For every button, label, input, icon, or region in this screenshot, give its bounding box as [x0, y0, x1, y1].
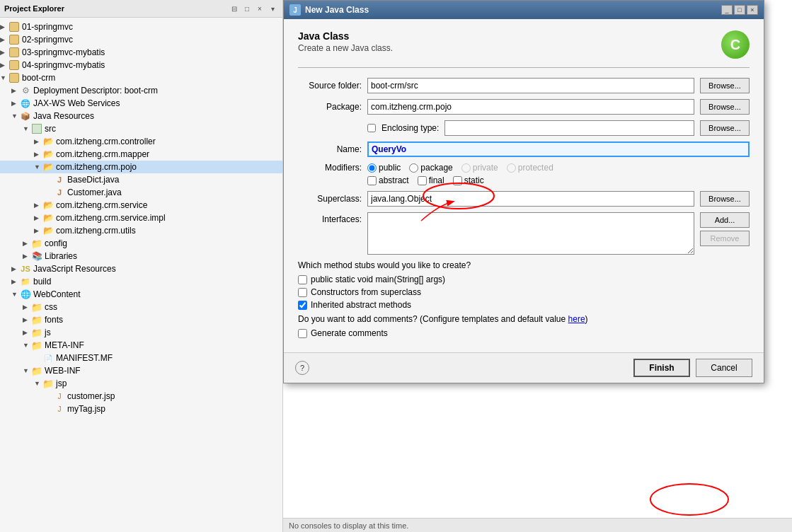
tree-item-customer-jsp[interactable]: J customer.jsp [0, 390, 282, 403]
modifier-public-radio[interactable] [367, 163, 377, 173]
tree-item-pojo[interactable]: ▼ 📂 com.itzheng.crm.pojo [0, 161, 282, 173]
tree-item-mapper[interactable]: ▶ 📂 com.itzheng.crm.mapper [0, 148, 282, 161]
tree-label: com.itzheng.crm.mapper [56, 149, 149, 159]
stub-main-checkbox[interactable] [298, 275, 307, 284]
interfaces-row: Interfaces: Add... Remove [298, 212, 750, 255]
stub-constructors-checkbox[interactable] [298, 288, 307, 297]
stub-main-method: public static void main(String[] args) [298, 274, 750, 284]
menu-icon[interactable]: ▾ [267, 3, 278, 14]
dialog-close-btn[interactable]: × [747, 5, 758, 15]
tree-item-webcontent[interactable]: ▼ 🌐 WebContent [0, 288, 282, 301]
tree-item-springmvc4[interactable]: ▶ 04-springmvc-mybatis [0, 59, 282, 71]
static-checkbox-label[interactable]: static [453, 175, 484, 185]
tree-item-js-resources[interactable]: ▶ JS JavaScript Resources [0, 262, 282, 275]
final-checkbox[interactable] [418, 176, 427, 185]
interfaces-add-btn[interactable]: Add... [700, 212, 750, 228]
interfaces-remove-btn[interactable]: Remove [700, 231, 750, 246]
enclosing-type-checkbox[interactable] [367, 124, 376, 132]
tree-item-libraries[interactable]: ▶ 📚 Libraries [0, 250, 282, 262]
tree-item-mytag-jsp[interactable]: J myTag.jsp [0, 403, 282, 415]
tree-item-meta-inf[interactable]: ▼ 📁 META-INF [0, 339, 282, 352]
minimize-icon[interactable]: ⊟ [229, 3, 240, 14]
tree-item-css[interactable]: ▶ 📁 css [0, 301, 282, 313]
tree-item-java-resources[interactable]: ▼ 📦 Java Resources [0, 110, 282, 122]
cancel-button[interactable]: Cancel [696, 359, 752, 377]
package-browse-btn[interactable]: Browse... [700, 99, 750, 115]
comments-section: Do you want to add comments? (Configure … [298, 314, 750, 338]
tree-item-deployment[interactable]: ▶ ⚙ Deployment Descriptor: boot-crm [0, 84, 282, 97]
dialog-footer: ? Finish Cancel [284, 352, 764, 383]
tree-item-src[interactable]: ▼ src [0, 122, 282, 135]
build-icon: 📁 [20, 276, 31, 287]
tree-arrow: ▶ [23, 253, 31, 260]
package-input[interactable] [367, 99, 694, 115]
source-folder-input[interactable] [367, 78, 694, 93]
project-icon [8, 59, 20, 71]
final-checkbox-label[interactable]: final [418, 175, 444, 185]
tree-item-jsp-folder[interactable]: ▼ 📁 jsp [0, 377, 282, 390]
generate-comments-checkbox[interactable] [298, 329, 307, 338]
tree-item-build[interactable]: ▶ 📁 build [0, 275, 282, 288]
tree-item-basedict[interactable]: J BaseDict.java [0, 173, 282, 186]
tree-item-utils[interactable]: ▶ 📂 com.itzheng.crm.utils [0, 224, 282, 237]
tree-label: com.itzheng.crm.service.impl [56, 213, 166, 223]
enclosing-type-input[interactable] [444, 120, 694, 136]
tree-label: com.itzheng.crm.pojo [56, 162, 137, 172]
dialog-minimize-btn[interactable]: _ [721, 5, 733, 15]
modifier-private[interactable]: private [461, 163, 498, 173]
tree-item-config[interactable]: ▶ 📁 config [0, 237, 282, 250]
dialog-maximize-btn[interactable]: □ [734, 5, 745, 15]
explorer-header-icons: ⊟ □ × ▾ [229, 3, 278, 14]
tree-item-manifest[interactable]: 📄 MANIFEST.MF [0, 352, 282, 364]
enclosing-type-row: Enclosing type: Browse... [298, 120, 750, 136]
finish-button[interactable]: Finish [633, 359, 690, 377]
tree-item-customer[interactable]: J Customer.java [0, 186, 282, 199]
tree-item-fonts[interactable]: ▶ 📁 fonts [0, 313, 282, 326]
tree-item-jaxws[interactable]: ▶ 🌐 JAX-WS Web Services [0, 97, 282, 110]
modifier-private-radio[interactable] [461, 163, 471, 173]
tree-item-controller[interactable]: ▶ 📂 com.itzheng.crm.controller [0, 135, 282, 148]
tree-item-js[interactable]: ▶ 📁 js [0, 326, 282, 339]
tree-item-springmvc2[interactable]: ▶ 02-springmvc [0, 33, 282, 46]
modifier-protected[interactable]: protected [507, 163, 553, 173]
modifier-package-radio[interactable] [409, 163, 418, 173]
interfaces-buttons: Add... Remove [700, 212, 750, 246]
comments-here-link[interactable]: here [568, 314, 585, 324]
tree-item-springmvc3[interactable]: ▶ 03-springmvc-mybatis [0, 46, 282, 59]
abstract-checkbox[interactable] [367, 176, 377, 185]
name-input[interactable] [367, 141, 750, 157]
dialog-section-title: Java Class [298, 30, 393, 42]
tree-label: boot-crm [22, 73, 55, 83]
tree-arrow: ▶ [0, 62, 8, 69]
modifiers-radio-group: public package private protected [367, 163, 553, 173]
tree-arrow: ▶ [34, 138, 42, 145]
tree-item-service[interactable]: ▶ 📂 com.itzheng.crm.service [0, 199, 282, 212]
tree-label: Java Resources [33, 111, 94, 121]
tree-label: MANIFEST.MF [56, 353, 113, 363]
tree-item-service-impl[interactable]: ▶ 📂 com.itzheng.crm.service.impl [0, 212, 282, 224]
tree-item-bootcrm[interactable]: ▼ boot-crm [0, 71, 282, 84]
tree-label: WebContent [33, 289, 81, 299]
tree-arrow: ▼ [11, 291, 20, 298]
project-explorer: Project Explorer ⊟ □ × ▾ ▶ 01-springmvc … [0, 0, 283, 532]
superclass-browse-btn[interactable]: Browse... [700, 191, 750, 207]
modifier-package[interactable]: package [409, 163, 452, 173]
modifier-public[interactable]: public [367, 163, 401, 173]
stub-inherited-checkbox[interactable] [298, 301, 307, 310]
abstract-checkbox-label[interactable]: abstract [367, 175, 409, 185]
package-icon: 📂 [42, 149, 54, 160]
interfaces-textarea[interactable] [367, 212, 694, 255]
tree-item-springmvc1[interactable]: ▶ 01-springmvc [0, 21, 282, 33]
tree-label: 03-springmvc-mybatis [22, 47, 105, 57]
static-checkbox[interactable] [453, 176, 462, 185]
tree-arrow: ▼ [34, 163, 42, 170]
superclass-input[interactable] [367, 191, 694, 207]
maximize-icon[interactable]: □ [241, 3, 253, 14]
source-folder-browse-btn[interactable]: Browse... [700, 78, 750, 93]
enclosing-type-browse-btn[interactable]: Browse... [700, 120, 750, 136]
modifier-protected-radio[interactable] [507, 163, 516, 173]
tree-item-web-inf[interactable]: ▼ 📁 WEB-INF [0, 364, 282, 377]
tree-label: myTag.jsp [67, 404, 105, 414]
help-button[interactable]: ? [295, 361, 309, 375]
close-view-icon[interactable]: × [254, 3, 265, 14]
